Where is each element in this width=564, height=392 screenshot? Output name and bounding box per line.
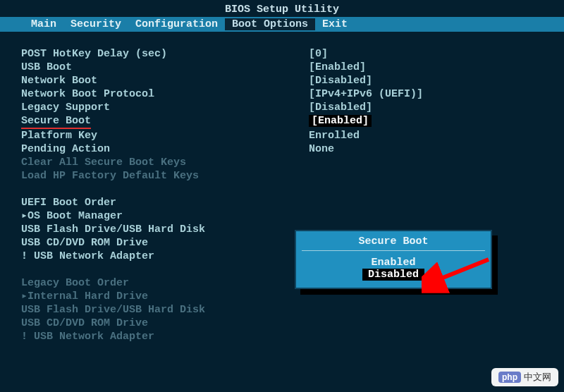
legacy-boot-item: ▸Internal Hard Drive	[21, 290, 543, 303]
uefi-boot-order-header: UEFI Boot Order	[21, 196, 543, 209]
setting-network-boot[interactable]: Network Boot [Disabled]	[21, 74, 543, 87]
secure-boot-label-underlined: Secure Boot	[21, 114, 91, 129]
bios-title: BIOS Setup Utility	[0, 0, 564, 17]
setting-legacy-support[interactable]: Legacy Support [Disabled]	[21, 101, 543, 114]
setting-label: Network Boot Protocol	[21, 87, 309, 101]
menu-bar: Main Security Configuration Boot Options…	[0, 17, 564, 32]
watermark-logo: php	[498, 372, 521, 383]
popup-title: Secure Boot	[302, 231, 485, 251]
legacy-boot-item: ! USB Network Adapter	[21, 330, 543, 343]
secure-boot-value-highlighted: [Enabled]	[309, 115, 372, 127]
legacy-boot-item: USB Flash Drive/USB Hard Disk	[21, 303, 543, 317]
popup-option-enabled[interactable]: Enabled	[296, 257, 491, 269]
menu-security[interactable]: Security	[63, 18, 128, 30]
watermark: php 中文网	[491, 368, 558, 386]
setting-platform-key[interactable]: Platform Key Enrolled	[21, 129, 543, 142]
setting-label: Legacy Support	[21, 101, 309, 114]
action-load-hp-factory-keys: Load HP Factory Default Keys	[21, 169, 543, 183]
setting-network-boot-protocol[interactable]: Network Boot Protocol [IPv4+IPv6 (UEFI)]	[21, 87, 543, 101]
content-area: POST HotKey Delay (sec) [0] USB Boot [En…	[0, 32, 564, 359]
setting-value: [Enabled]	[309, 114, 543, 129]
setting-value: [Enabled]	[309, 61, 543, 74]
setting-value: [Disabled]	[309, 74, 543, 87]
setting-value: Enrolled	[309, 129, 543, 142]
setting-label: Pending Action	[21, 142, 309, 156]
action-clear-secure-boot-keys: Clear All Secure Boot Keys	[21, 156, 543, 169]
setting-value: [Disabled]	[309, 101, 543, 114]
setting-post-hotkey-delay[interactable]: POST HotKey Delay (sec) [0]	[21, 47, 543, 61]
secure-boot-popup: Secure Boot Enabled Disabled	[295, 230, 492, 289]
setting-secure-boot[interactable]: Secure Boot [Enabled]	[21, 114, 543, 129]
setting-label: Network Boot	[21, 74, 309, 87]
uefi-boot-item[interactable]: ▸OS Boot Manager	[21, 209, 543, 223]
setting-label: USB Boot	[21, 61, 309, 74]
popup-option-disabled[interactable]: Disabled	[362, 269, 424, 281]
watermark-text: 中文网	[524, 371, 551, 384]
setting-value: None	[309, 142, 543, 156]
legacy-boot-item: USB CD/DVD ROM Drive	[21, 317, 543, 330]
setting-usb-boot[interactable]: USB Boot [Enabled]	[21, 61, 543, 74]
setting-pending-action[interactable]: Pending Action None	[21, 142, 543, 156]
popup-body: Enabled Disabled	[296, 251, 491, 288]
setting-value: [0]	[309, 47, 543, 61]
menu-main[interactable]: Main	[24, 18, 63, 30]
setting-value: [IPv4+IPv6 (UEFI)]	[309, 87, 543, 101]
menu-boot-options[interactable]: Boot Options	[225, 18, 315, 30]
setting-label: Platform Key	[21, 129, 309, 142]
menu-configuration[interactable]: Configuration	[128, 18, 225, 30]
menu-exit[interactable]: Exit	[315, 18, 355, 30]
setting-label: Secure Boot	[21, 114, 309, 129]
setting-label: POST HotKey Delay (sec)	[21, 47, 309, 61]
